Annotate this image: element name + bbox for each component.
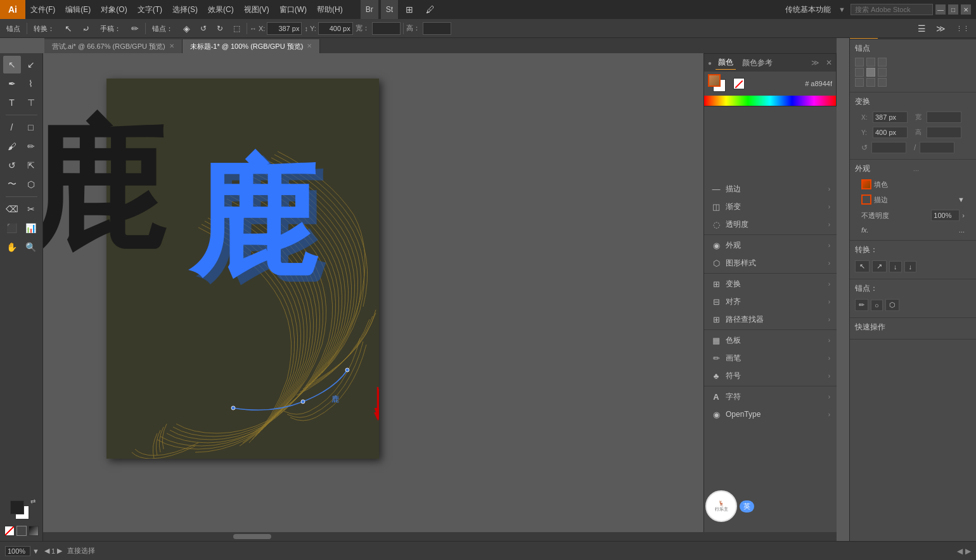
grid-btn[interactable]: ⊞: [401, 0, 418, 19]
stroke-none-swatch[interactable]: [16, 526, 27, 536]
character-panel-item[interactable]: A 字符 ›: [704, 388, 837, 405]
menu-object[interactable]: 对象(O): [96, 0, 132, 19]
zoom-input[interactable]: [5, 546, 30, 556]
fill-none-swatch[interactable]: [4, 526, 15, 536]
pathfinder-panel-item[interactable]: ⊞ 路径查找器 ›: [704, 310, 837, 328]
menu-effect[interactable]: 效果(C): [203, 0, 239, 19]
warp-tool[interactable]: 〜: [3, 175, 21, 193]
pen-btn[interactable]: 🖊: [421, 0, 440, 19]
stroke-panel-item[interactable]: — 描边 ›: [704, 180, 837, 198]
anchor-ml[interactable]: [855, 68, 864, 77]
direct-select-tool[interactable]: ↙: [22, 56, 40, 73]
transform-w-input[interactable]: [927, 111, 961, 123]
color-panel-more[interactable]: ≫: [811, 58, 819, 67]
opentype-panel-item[interactable]: ◉ OpenType ›: [704, 405, 837, 423]
reset-btn[interactable]: ↻: [213, 21, 227, 36]
brushes-panel-item[interactable]: ✏ 画笔 ›: [704, 349, 837, 367]
menu-text[interactable]: 文字(T): [132, 0, 167, 19]
anchor-diamond-btn[interactable]: ◈: [179, 21, 194, 36]
color-swatch-stack[interactable]: ⇄: [10, 500, 33, 523]
menu-file[interactable]: 文件(F): [25, 0, 60, 19]
color-fg-swatch[interactable]: [708, 74, 721, 87]
opacity-expand[interactable]: ›: [962, 212, 965, 219]
rotate-input[interactable]: [871, 142, 906, 153]
options-btn[interactable]: ⋮⋮: [952, 21, 973, 36]
stroke-color-swatch[interactable]: [861, 194, 871, 205]
anchor-mc[interactable]: [866, 68, 875, 77]
y-input[interactable]: [318, 22, 353, 35]
pen-tool[interactable]: ✒: [3, 75, 21, 92]
appearance-panel-item[interactable]: ◉ 外观 ›: [704, 236, 837, 254]
color-ref-tab[interactable]: 颜色参考: [740, 56, 775, 70]
status-nav-right[interactable]: ▶: [965, 547, 971, 556]
fill-color-swatch[interactable]: [861, 179, 871, 189]
select-tool[interactable]: ↖: [3, 56, 21, 73]
transform-curve-btn[interactable]: ⤾: [79, 21, 94, 36]
scale-tool[interactable]: ⇱: [22, 156, 40, 174]
rotate-btn[interactable]: ↺: [196, 21, 210, 36]
select-box-btn[interactable]: ⬚: [229, 21, 244, 36]
zoom-dropdown-icon[interactable]: ▼: [32, 547, 39, 555]
select-tool-btn[interactable]: ↖: [61, 21, 76, 36]
anchor-tl[interactable]: [855, 58, 864, 67]
tab-1[interactable]: 未标题-1* @ 100% (RGB/GPU 预览) ✕: [183, 39, 321, 53]
badge-tag[interactable]: 英: [740, 500, 754, 512]
transparency-panel-item[interactable]: ◌ 透明度 ›: [704, 215, 837, 233]
minimize-button[interactable]: —: [935, 4, 946, 15]
prev-page-btn[interactable]: ◀: [44, 547, 49, 555]
maximize-button[interactable]: □: [948, 4, 958, 15]
transform-x-input[interactable]: [873, 111, 908, 123]
menu-select[interactable]: 选择(S): [167, 0, 203, 19]
rotate-tool[interactable]: ↺: [3, 156, 21, 174]
line-tool[interactable]: /: [3, 118, 21, 136]
foreground-color-swatch[interactable]: [10, 500, 24, 514]
h-scrollbar-thumb[interactable]: [233, 534, 271, 539]
color-panel-close[interactable]: ✕: [826, 58, 832, 67]
anchor-tc[interactable]: [866, 58, 875, 67]
scissor-tool[interactable]: ✂: [22, 200, 40, 218]
fx-label[interactable]: fx.: [861, 226, 869, 234]
anchor2-btn-1[interactable]: ✏: [855, 299, 868, 311]
transform-h-input[interactable]: [927, 127, 961, 138]
color-gradient-bar[interactable]: [704, 96, 836, 106]
anchor-tr[interactable]: [878, 58, 887, 67]
eraser-tool[interactable]: ⌫: [3, 200, 21, 218]
h-input[interactable]: [423, 22, 451, 35]
column-chart-tool[interactable]: ⬛: [3, 219, 21, 237]
anchor2-btn-3[interactable]: ⬡: [885, 299, 899, 311]
area-chart-tool[interactable]: 📊: [22, 219, 40, 237]
anchor-br[interactable]: [878, 78, 887, 87]
swatches-panel-item[interactable]: ▦ 色板 ›: [704, 331, 837, 349]
graphic-styles-panel-item[interactable]: ⬡ 图形样式 ›: [704, 254, 837, 272]
curvature-tool[interactable]: ⌇: [22, 75, 40, 92]
gradient-panel-item[interactable]: ◫ 渐变 ›: [704, 198, 837, 215]
type-vertical-tool[interactable]: ⊤: [22, 94, 40, 111]
opacity-input[interactable]: [931, 210, 960, 221]
stroke-dropdown-btn[interactable]: ▼: [958, 196, 965, 203]
next-page-btn[interactable]: ▶: [57, 547, 62, 555]
hand-tool[interactable]: ✋: [3, 238, 21, 256]
tab-0[interactable]: 营试.ai* @ 66.67% (RGB/GPU 预览) ✕: [44, 39, 183, 53]
transform-btn-2[interactable]: ↗: [872, 260, 887, 272]
tab-1-close[interactable]: ✕: [307, 39, 312, 53]
anchor-bl[interactable]: [855, 78, 864, 87]
bridge-btn[interactable]: Br: [361, 0, 378, 19]
align-panel-item[interactable]: ⊟ 对齐 ›: [704, 293, 837, 310]
transform-btn-3[interactable]: ↓: [889, 261, 902, 272]
stock-btn[interactable]: St: [381, 0, 398, 19]
x-input[interactable]: [267, 22, 302, 35]
anchor2-btn-2[interactable]: ○: [871, 300, 883, 311]
close-button[interactable]: ✕: [961, 4, 971, 15]
transform-btn-1[interactable]: ↖: [855, 260, 870, 272]
type-tool[interactable]: T: [3, 94, 21, 111]
more-btn[interactable]: ≫: [932, 21, 949, 36]
transform-panel-item[interactable]: ⊞ 变换 ›: [704, 275, 837, 293]
pencil-tool-btn[interactable]: ✏: [127, 21, 143, 36]
anchor-bc[interactable]: [866, 78, 875, 87]
zoom-tool[interactable]: 🔍: [22, 238, 40, 256]
horizontal-scrollbar[interactable]: [43, 532, 837, 541]
shear-input[interactable]: [920, 142, 954, 153]
menu-help[interactable]: 帮助(H): [312, 0, 348, 19]
menu-view[interactable]: 视图(V): [239, 0, 274, 19]
rect-tool[interactable]: □: [22, 118, 40, 136]
